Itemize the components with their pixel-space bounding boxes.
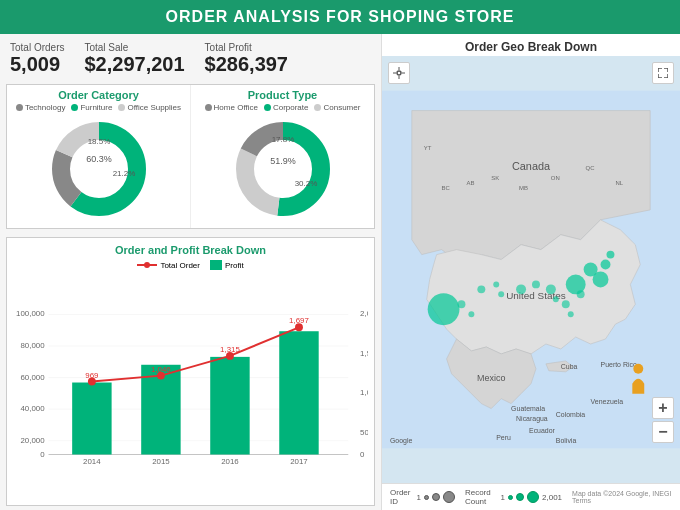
bubble-se1 (562, 300, 570, 308)
bubble-se2 (568, 311, 574, 317)
main-container: Total Orders 5,009 Total Sale $2,297,201… (0, 34, 680, 510)
bubble-west-large (428, 293, 460, 325)
svg-text:500: 500 (360, 428, 368, 437)
total-sale-label: Total Sale (84, 42, 184, 53)
total-order-line-icon (137, 264, 157, 266)
page-title: ORDER ANALYSIS FOR SHOPING STORE (166, 8, 515, 25)
svg-text:100,000: 100,000 (16, 309, 45, 318)
bubble-central4 (553, 296, 559, 302)
svg-text:60,000: 60,000 (20, 373, 45, 382)
cuba-label: Cuba (561, 363, 578, 370)
puertorico-label: Puerto Rico (601, 361, 637, 368)
svg-text:51.9%: 51.9% (270, 156, 296, 166)
ecuador-label: Ecuador (529, 427, 556, 434)
bubble-central2 (532, 280, 540, 288)
bar-2017 (279, 331, 318, 454)
bar-chart-area: 100,000 80,000 60,000 40,000 20,000 0 2,… (13, 274, 368, 493)
nl-label: NL (615, 180, 623, 186)
map-container: + − Canada United States Mexico (382, 56, 680, 483)
geo-map-svg: Canada United States Mexico Cuba Guatema… (382, 56, 680, 483)
bar-chart-svg: 100,000 80,000 60,000 40,000 20,000 0 2,… (13, 274, 368, 493)
consumer-label: Consumer (323, 103, 360, 112)
furniture-label: Furniture (80, 103, 112, 112)
map-footer: Order ID 1 Record Count 1 2,001 M (382, 483, 680, 510)
svg-text:1,500: 1,500 (360, 349, 368, 358)
home-office-label: Home Office (214, 103, 258, 112)
order-dot-small (424, 495, 429, 500)
legend-profit: Profit (210, 260, 244, 270)
canada-label: Canada (512, 160, 551, 172)
bubble-central1 (516, 284, 526, 294)
profit-bar-icon (210, 260, 222, 270)
order-dot-medium (432, 493, 440, 501)
bubble-ne2 (593, 271, 609, 287)
bubble-sw1 (457, 300, 465, 308)
corporate-dot (264, 104, 271, 111)
product-type-title: Product Type (195, 89, 370, 101)
legend-total-order: Total Order (137, 260, 200, 270)
svg-text:17.8%: 17.8% (271, 135, 294, 144)
map-title: Order Geo Break Down (382, 34, 680, 56)
venezuela-label: Venezuela (591, 398, 624, 405)
legend-office: Office Supplies (118, 103, 181, 112)
svg-text:0: 0 (40, 450, 45, 459)
right-panel: Order Geo Break Down (382, 34, 680, 510)
person-icon-head (633, 364, 643, 374)
map-controls (388, 62, 410, 84)
svg-text:40,000: 40,000 (20, 404, 45, 413)
total-sale-stat: Total Sale $2,297,201 (84, 42, 184, 76)
zoom-in-btn[interactable]: + (652, 397, 674, 419)
svg-text:18.5%: 18.5% (87, 137, 110, 146)
legend-home-office: Home Office (205, 103, 258, 112)
map-zoom-controls: + − (652, 397, 674, 443)
zoom-out-btn[interactable]: − (652, 421, 674, 443)
bubble-ne4 (606, 251, 614, 259)
order-category-svg: 60.3% 21.2% 18.5% (44, 114, 154, 224)
stats-row: Total Orders 5,009 Total Sale $2,297,201… (0, 34, 381, 80)
on-label: ON (551, 175, 560, 181)
svg-text:2015: 2015 (152, 457, 170, 466)
footer-order-id-label: Order ID (390, 488, 410, 506)
total-orders-value: 5,009 (10, 53, 64, 76)
map-location-btn[interactable] (388, 62, 410, 84)
order-category-legend: Technology Furniture Office Supplies (11, 103, 186, 112)
total-profit-value: $286,397 (205, 53, 288, 76)
furniture-dot (71, 104, 78, 111)
record-dot-medium (516, 493, 524, 501)
bc-label: BC (442, 185, 451, 191)
legend-furniture: Furniture (71, 103, 112, 112)
guatemala-label: Guatemala (511, 405, 545, 412)
map-data-text: Map data ©2024 Google, INEGI Terms (572, 490, 672, 504)
bar-profit-chart: Order and Profit Break Down Total Order … (6, 237, 375, 506)
profit-legend-label: Profit (225, 261, 244, 270)
total-profit-stat: Total Profit $286,397 (205, 42, 288, 76)
svg-text:2017: 2017 (290, 457, 308, 466)
total-sale-value: $2,297,201 (84, 53, 184, 76)
mb-label: MB (519, 185, 528, 191)
peru-label: Peru (496, 434, 511, 441)
left-panel: Total Orders 5,009 Total Sale $2,297,201… (0, 34, 382, 510)
google-watermark: Google (390, 437, 413, 445)
svg-text:969: 969 (85, 371, 98, 380)
donut-charts-row: Order Category Technology Furniture Offi… (6, 84, 375, 229)
footer-record-count-label: Record Count (465, 488, 495, 506)
footer-count-start: 1 (501, 493, 505, 502)
technology-dot (16, 104, 23, 111)
svg-text:2,000: 2,000 (360, 309, 368, 318)
qc-label: QC (586, 165, 596, 171)
sk-label: SK (491, 175, 499, 181)
product-type-legend: Home Office Corporate Consumer (195, 103, 370, 112)
location-icon (393, 67, 405, 79)
svg-text:2016: 2016 (221, 457, 239, 466)
order-dot-large (443, 491, 455, 503)
total-orders-label: Total Orders (10, 42, 64, 53)
home-office-dot (205, 104, 212, 111)
legend-consumer: Consumer (314, 103, 360, 112)
svg-text:1,697: 1,697 (289, 316, 309, 325)
svg-text:1,046: 1,046 (151, 365, 171, 374)
bubble-mw1 (477, 285, 485, 293)
svg-text:30.2%: 30.2% (294, 179, 317, 188)
svg-text:1,315: 1,315 (220, 345, 240, 354)
order-category-donut: 60.3% 21.2% 18.5% (11, 114, 186, 224)
product-type-chart: Product Type Home Office Corporate Consu… (191, 85, 374, 228)
